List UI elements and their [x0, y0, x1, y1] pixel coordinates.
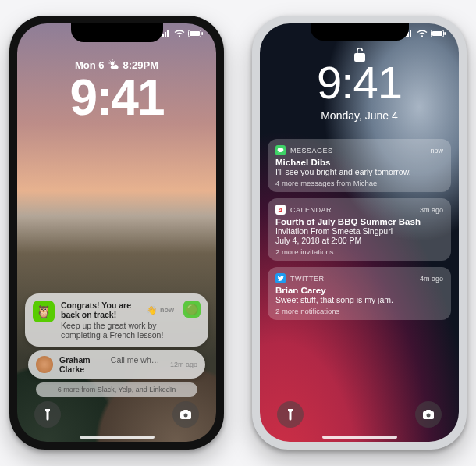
notification-card[interactable]: 🦉 Congrats! You are back on track! 👋 now… — [25, 293, 208, 347]
quick-actions — [260, 401, 459, 428]
notification-card[interactable]: MESSAGES now Michael Dibs I'll see you b… — [268, 139, 451, 192]
notification-header: 4 CALENDAR 3m ago — [275, 205, 443, 215]
svg-point-26 — [427, 414, 431, 418]
svg-rect-23 — [444, 32, 446, 35]
notification-body: I'll see you bright and early tomorrow. — [275, 167, 443, 176]
notification-title-row: Congrats! You are back on track! 👋 now — [61, 301, 174, 319]
home-indicator[interactable] — [80, 436, 155, 439]
lockscreen-right: 9:41 Monday, June 4 MESSAGES now Michael… — [260, 23, 459, 442]
status-bar — [403, 30, 446, 37]
svg-rect-2 — [165, 32, 166, 37]
notch — [71, 23, 163, 42]
svg-rect-1 — [162, 34, 164, 37]
notification-time: 12m ago — [170, 361, 197, 368]
svg-line-12 — [114, 61, 115, 62]
phone-left: Mon 6 8:29PM 9:41 🦉 Congrats! You are ba… — [9, 16, 224, 450]
svg-rect-3 — [167, 30, 169, 37]
camera-button[interactable] — [172, 401, 199, 428]
notification-sender: Graham Clarke — [59, 355, 108, 374]
notification-title: Michael Dibs — [275, 158, 443, 167]
svg-line-11 — [109, 61, 110, 62]
flashlight-button[interactable] — [34, 401, 61, 428]
flashlight-button[interactable] — [277, 401, 304, 428]
svg-rect-19 — [410, 30, 411, 37]
notification-time: 3m ago — [420, 206, 443, 214]
svg-rect-14 — [183, 410, 188, 412]
battery-icon — [431, 30, 446, 37]
svg-point-4 — [179, 35, 180, 37]
notification-more: 2 more invitations — [275, 247, 443, 256]
notification-card[interactable]: TWITTER 4m ago Brian Carey Sweet stuff, … — [268, 267, 451, 320]
svg-rect-22 — [432, 31, 442, 36]
notification-more: 4 more messages from Michael — [275, 179, 443, 187]
phone-right: 9:41 Monday, June 4 MESSAGES now Michael… — [252, 16, 467, 450]
notification-stack: MESSAGES now Michael Dibs I'll see you b… — [268, 139, 451, 326]
unlock-icon — [353, 47, 366, 66]
duolingo-app-icon: 🦉 — [33, 301, 55, 322]
notification-more: 2 more notifications — [275, 307, 443, 315]
notification-time: now — [160, 306, 174, 314]
wifi-icon — [417, 30, 428, 37]
notification-header: MESSAGES now — [275, 145, 443, 155]
svg-rect-25 — [426, 410, 431, 412]
notification-app-name: TWITTER — [290, 275, 325, 283]
notification-time: 4m ago — [420, 275, 443, 283]
duolingo-owl-icon: 🟢 — [183, 301, 201, 318]
twitter-app-icon — [275, 273, 286, 283]
lockscreen-date: Monday, June 4 — [260, 109, 459, 122]
notification-body: Invitation From Smeeta Singpuri — [275, 226, 443, 236]
battery-icon — [188, 30, 204, 37]
notification-preview: Call me when y… — [111, 355, 164, 365]
camera-button[interactable] — [415, 401, 442, 428]
notification-app-name: MESSAGES — [290, 147, 333, 155]
quick-actions — [17, 401, 216, 428]
wifi-icon — [174, 30, 185, 37]
messages-app-icon — [275, 145, 286, 155]
svg-rect-6 — [190, 31, 200, 36]
wave-emoji-icon: 👋 — [147, 305, 157, 315]
notification-body-line2: July 4, 2018 at 2:00 PM — [275, 236, 443, 245]
notification-title: Fourth of July BBQ Summer Bash — [275, 217, 443, 226]
lockscreen-time: 9:41 — [17, 69, 216, 126]
svg-point-15 — [184, 414, 188, 418]
notch — [311, 23, 409, 41]
home-indicator[interactable] — [322, 436, 397, 439]
contact-avatar — [36, 356, 53, 373]
notification-stack: 🦉 Congrats! You are back on track! 👋 now… — [25, 293, 208, 397]
notification-card[interactable]: Graham Clarke Call me when y… 12m ago — [28, 350, 205, 379]
calendar-app-icon: 4 — [275, 205, 286, 215]
notification-body: Keep up the great work by completing a F… — [61, 321, 174, 340]
notification-body: Sweet stuff, that song is my jam. — [275, 295, 443, 304]
lockscreen-left: Mon 6 8:29PM 9:41 🦉 Congrats! You are ba… — [17, 23, 216, 442]
svg-rect-7 — [201, 32, 203, 35]
notification-more-summary[interactable]: 6 more from Slack, Yelp, and LinkedIn — [36, 382, 197, 397]
svg-point-20 — [421, 35, 423, 37]
status-bar — [160, 30, 204, 37]
notification-app-name: CALENDAR — [290, 206, 332, 214]
notification-card[interactable]: 4 CALENDAR 3m ago Fourth of July BBQ Sum… — [268, 198, 451, 261]
notification-title: Congrats! You are back on track! — [61, 301, 144, 319]
notification-time: now — [430, 147, 443, 155]
notification-header: TWITTER 4m ago — [275, 273, 443, 283]
svg-point-8 — [110, 62, 114, 66]
notification-title: Brian Carey — [275, 286, 443, 295]
